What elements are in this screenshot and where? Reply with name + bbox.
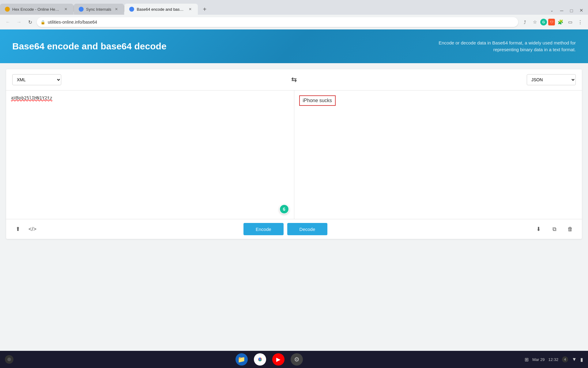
page-description: Encode or decode data in Base64 format, … bbox=[423, 40, 576, 53]
notification-badge: 4 bbox=[562, 356, 568, 362]
editor-container: aVBob25lIHN1Y2tz G iPhone sucks bbox=[6, 90, 582, 219]
back-button[interactable]: ← bbox=[4, 18, 12, 26]
upload-icon: ⬆ bbox=[16, 226, 20, 232]
toolbar: XML Text JSON ⇆ JSON XML Text bbox=[6, 69, 582, 90]
download-button[interactable]: ⬇ bbox=[533, 224, 544, 235]
window-chevron-icon[interactable]: ⌄ bbox=[548, 6, 556, 15]
record-button[interactable] bbox=[5, 355, 13, 364]
taskbar-app-chrome[interactable] bbox=[254, 353, 266, 366]
brave-shield-icon[interactable]: 🛡 bbox=[548, 19, 555, 25]
grammarly-nav-icon[interactable]: G bbox=[540, 19, 547, 25]
editor-left-panel[interactable]: aVBob25lIHN1Y2tz G bbox=[6, 90, 294, 219]
main-content: XML Text JSON ⇆ JSON XML Text aVBob25lIH… bbox=[6, 69, 582, 239]
tab-label-sync: Sync Internals bbox=[86, 7, 111, 12]
reload-icon: ↻ bbox=[28, 19, 32, 25]
editor-right-panel[interactable]: iPhone sucks bbox=[294, 90, 582, 219]
settings-icon: ⚙ bbox=[294, 356, 300, 363]
youtube-icon: ▶ bbox=[276, 356, 281, 363]
address-bar[interactable]: 🔒 utilities-online.info/base64 bbox=[37, 17, 518, 27]
minimize-button[interactable]: ─ bbox=[557, 6, 566, 15]
page-header: Base64 encode and base64 decode Encode o… bbox=[0, 29, 588, 63]
split-view-button[interactable]: ▭ bbox=[566, 18, 575, 26]
tab-label-hex: Hex Encode - Online Hex Encode bbox=[12, 7, 61, 12]
tab-bar: Hex Encode - Online Hex Encode ✕ Sync In… bbox=[0, 0, 588, 15]
taskbar-app-files[interactable]: 📁 bbox=[236, 353, 248, 366]
tab-close-hex[interactable]: ✕ bbox=[63, 6, 69, 12]
record-dot bbox=[7, 358, 11, 361]
delete-button[interactable]: 🗑 bbox=[565, 224, 576, 235]
decode-button[interactable]: Decode bbox=[287, 223, 328, 235]
taskbar-date: Mar 29 bbox=[532, 357, 545, 362]
taskbar-left bbox=[5, 355, 13, 364]
encoded-text: aVBob25lIHN1Y2tz bbox=[11, 95, 52, 100]
nav-actions: ⤴ ☆ G 🛡 🧩 ▭ ⋮ bbox=[521, 18, 584, 26]
files-icon: 📁 bbox=[238, 356, 245, 363]
bookmark-button[interactable]: ☆ bbox=[530, 18, 539, 26]
new-tab-button[interactable]: + bbox=[199, 4, 210, 15]
taskbar-center: 📁 ▶ ⚙ bbox=[13, 353, 525, 366]
browser-chrome: Hex Encode - Online Hex Encode ✕ Sync In… bbox=[0, 0, 588, 29]
upload-button[interactable]: ⬆ bbox=[12, 224, 23, 235]
page-title: Base64 encode and base64 decode bbox=[12, 41, 167, 52]
tab-label-base64: Base64 encode and base64 dec... bbox=[137, 7, 185, 12]
svg-point-2 bbox=[259, 358, 261, 361]
code-icon: </> bbox=[28, 226, 36, 232]
grammarly-float-icon[interactable]: G bbox=[279, 204, 289, 214]
notification-count[interactable]: 4 bbox=[562, 356, 568, 362]
menu-button[interactable]: ⋮ bbox=[576, 18, 584, 26]
share-button[interactable]: ⤴ bbox=[521, 18, 529, 26]
decoded-output-box: iPhone sucks bbox=[299, 95, 336, 106]
tab-close-sync[interactable]: ✕ bbox=[114, 6, 119, 12]
chrome-icon bbox=[256, 355, 264, 364]
maximize-button[interactable]: □ bbox=[567, 6, 576, 15]
action-bar-right: ⬇ ⧉ 🗑 bbox=[533, 224, 576, 235]
taskbar-app-settings[interactable]: ⚙ bbox=[291, 353, 303, 366]
decoded-text: iPhone sucks bbox=[303, 98, 332, 103]
taskbar-time: 12:32 bbox=[548, 357, 559, 362]
lock-icon: 🔒 bbox=[40, 20, 45, 25]
tab-favicon-sync bbox=[79, 7, 84, 12]
forward-button[interactable]: → bbox=[15, 18, 23, 26]
taskbar: 📁 ▶ ⚙ ⊞ Mar 29 12:32 4 bbox=[0, 351, 588, 368]
swap-icon: ⇆ bbox=[291, 76, 297, 84]
action-bar-left: ⬆ </> bbox=[12, 224, 38, 235]
tab-sync-internals[interactable]: Sync Internals ✕ bbox=[74, 4, 124, 15]
left-format-select[interactable]: XML Text JSON bbox=[12, 74, 61, 85]
screenshot-icon[interactable]: ⊞ bbox=[525, 357, 529, 362]
taskbar-right: ⊞ Mar 29 12:32 4 ▼ ▮ bbox=[525, 356, 583, 362]
back-icon: ← bbox=[6, 19, 10, 25]
tab-base64[interactable]: Base64 encode and base64 dec... ✕ bbox=[124, 4, 198, 15]
tab-close-base64[interactable]: ✕ bbox=[187, 6, 193, 12]
nav-bar: ← → ↻ 🔒 utilities-online.info/base64 ⤴ ☆… bbox=[0, 15, 588, 29]
tab-favicon-base64 bbox=[129, 7, 134, 12]
copy-button[interactable]: ⧉ bbox=[549, 224, 560, 235]
action-bar: ⬆ </> Encode Decode ⬇ ⧉ 🗑 bbox=[6, 219, 582, 239]
address-text: utilities-online.info/base64 bbox=[48, 20, 514, 25]
tab-favicon-hex bbox=[5, 7, 10, 12]
wifi-icon[interactable]: ▼ bbox=[572, 357, 577, 362]
right-format-select[interactable]: JSON XML Text bbox=[527, 74, 576, 85]
taskbar-app-youtube[interactable]: ▶ bbox=[272, 353, 285, 366]
reload-button[interactable]: ↻ bbox=[26, 18, 34, 26]
forward-icon: → bbox=[17, 19, 21, 25]
encode-button[interactable]: Encode bbox=[243, 223, 284, 235]
extensions-button[interactable]: 🧩 bbox=[556, 18, 565, 26]
close-window-button[interactable]: ✕ bbox=[577, 6, 586, 15]
battery-icon[interactable]: ▮ bbox=[580, 357, 583, 362]
code-button[interactable]: </> bbox=[27, 224, 38, 235]
swap-button[interactable]: ⇆ bbox=[289, 75, 299, 85]
grammarly-label: G bbox=[283, 207, 285, 212]
tab-hex-encode[interactable]: Hex Encode - Online Hex Encode ✕ bbox=[0, 4, 74, 15]
action-bar-center: Encode Decode bbox=[42, 223, 529, 235]
